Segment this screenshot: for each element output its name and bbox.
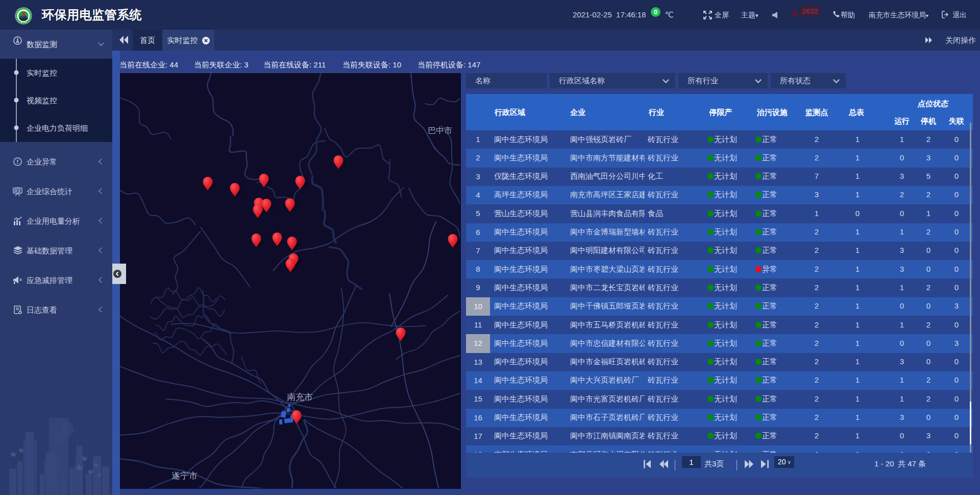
svg-text:巴中市: 巴中市 <box>428 126 452 135</box>
svg-text:遂宁市: 遂宁市 <box>172 471 198 481</box>
svg-text:南充市: 南充市 <box>287 392 313 402</box>
